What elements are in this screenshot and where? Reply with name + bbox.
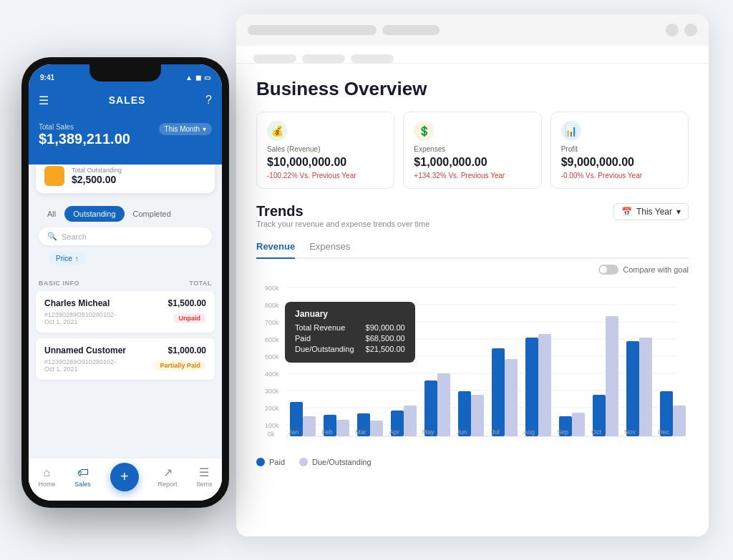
tooltip-row-0: Total Revenue $90,000.00 (295, 323, 405, 332)
svg-rect-38 (626, 341, 639, 436)
col-header-total: TOTAL (189, 280, 212, 287)
trends-header: Trends Track your revenue and expense tr… (256, 203, 689, 237)
revenue-value: $10,000,000.00 (267, 156, 384, 169)
filter-tabs: All Outstanding Completed (29, 200, 222, 227)
sales-header: Total Sales $1,389,211.00 This Month ▾ (29, 116, 222, 164)
tab-expenses[interactable]: Expenses (309, 241, 350, 257)
svg-text:500k: 500k (265, 353, 279, 360)
outstanding-value: $2,500.00 (72, 174, 122, 185)
trends-title-block: Trends Track your revenue and expense tr… (256, 203, 429, 237)
tooltip-label-0: Total Revenue (295, 323, 345, 332)
chart-tooltip: January Total Revenue $90,000.00 Paid $6… (285, 302, 415, 363)
phone-notch (89, 64, 161, 82)
nav-items-label: Items (196, 481, 212, 488)
svg-text:Jul: Jul (491, 428, 500, 436)
customer-row-1[interactable]: Unnamed Customer $1,000.00 #12390289O910… (36, 338, 215, 380)
legend-dot-outstanding (299, 458, 308, 466)
page-title: Business Overview (256, 78, 689, 100)
nav-pill-2 (302, 54, 345, 63)
battery-icon: ▭ (204, 74, 210, 82)
profit-label: Profit (561, 145, 678, 153)
nav-report[interactable]: ↗ Report (158, 466, 178, 488)
tooltip-value-1: $68,500.00 (366, 334, 405, 343)
expenses-change: +134.32% Vs. Previous Year (414, 172, 530, 180)
customer-row-top-1: Unnamed Customer $1,000.00 (44, 345, 206, 355)
tooltip-value-2: $21,500.00 (366, 345, 405, 353)
status-badge-0: Unpaid (173, 313, 207, 323)
chevron-down-icon: ▾ (676, 207, 681, 217)
menu-icon[interactable]: ☰ (39, 94, 49, 107)
bottom-nav: ⌂ Home 🏷 Sales + ↗ Report ☰ Items (29, 458, 222, 501)
svg-text:Nov: Nov (624, 428, 636, 436)
filter-all[interactable]: All (39, 206, 64, 222)
help-icon[interactable]: ? (205, 94, 212, 107)
outstanding-card: Total Outstanding $2,500.00 (36, 164, 215, 193)
legend-label-outstanding: Due/Outstanding (312, 458, 372, 466)
customer-row-0[interactable]: Charles Micheal $1,500.00 #12390289O9102… (36, 291, 215, 333)
sort-row: Price ↑ (29, 251, 222, 275)
sort-pill[interactable]: Price ↑ (49, 252, 86, 265)
plus-icon: + (120, 468, 129, 485)
legend-label-paid: Paid (269, 458, 285, 466)
metric-card-expenses: 💲 Expenses $1,000,000.00 +134.32% Vs. Pr… (403, 112, 541, 189)
nav-pill-3 (351, 54, 394, 63)
nav-items[interactable]: ☰ Items (196, 466, 212, 488)
add-button[interactable]: + (110, 463, 139, 491)
app-nav-title: SALES (109, 94, 146, 106)
svg-text:Jan: Jan (288, 428, 299, 436)
nav-home-label: Home (38, 481, 55, 488)
chevron-down-icon: ▾ (203, 125, 206, 133)
expenses-label: Expenses (414, 145, 530, 153)
phone-wrapper: 9:41 ▲ ◼ ▭ ☰ SALES ? Total Sales $1,389, (21, 57, 229, 508)
bar-jan-outstanding (303, 416, 316, 436)
svg-rect-23 (370, 421, 383, 436)
report-icon: ↗ (163, 466, 173, 479)
profit-icon: 📊 (561, 121, 581, 141)
profit-value: $9,000,000.00 (561, 156, 678, 169)
nav-home[interactable]: ⌂ Home (38, 466, 55, 488)
sort-label: Price (56, 255, 72, 262)
customer-name-0: Charles Micheal (44, 298, 110, 308)
period-picker[interactable]: This Month ▾ (159, 123, 212, 135)
items-icon: ☰ (199, 466, 209, 479)
customer-row-bottom-0: #12390289O910280102- Oct 1, 2021 Unpaid (44, 311, 206, 325)
customer-date-0: Oct 1, 2021 (44, 318, 116, 325)
svg-text:May: May (422, 428, 435, 436)
customer-date-1: Oct 1, 2021 (44, 365, 116, 373)
filter-outstanding[interactable]: Outstanding (64, 206, 124, 222)
search-placeholder[interactable]: Search (62, 232, 87, 241)
svg-rect-29 (471, 395, 484, 436)
customer-id-0: #12390289O910280102- (44, 311, 116, 318)
svg-rect-39 (639, 338, 652, 436)
tooltip-label-1: Paid (295, 334, 311, 343)
nav-sales[interactable]: 🏷 Sales (74, 466, 91, 488)
customer-amount-1: $1,000.00 (168, 345, 206, 355)
year-picker[interactable]: 📅 This Year ▾ (613, 203, 689, 220)
phone-main-content: Total Outstanding $2,500.00 All Outstand… (29, 164, 222, 501)
status-time: 9:41 (40, 74, 54, 82)
compare-goal-label: Compare with goal (623, 265, 689, 274)
svg-text:Oct: Oct (591, 428, 602, 436)
phone-screen: 9:41 ▲ ◼ ▭ ☰ SALES ? Total Sales $1,389, (29, 64, 222, 501)
svg-rect-35 (572, 413, 585, 436)
period-label: This Month (165, 125, 200, 133)
topbar-address-bar (248, 25, 377, 35)
svg-rect-41 (673, 406, 686, 436)
filter-completed[interactable]: Completed (125, 206, 180, 222)
trends-subtitle: Track your revenue and expense trends ov… (256, 220, 429, 228)
sort-arrow-icon: ↑ (75, 255, 79, 262)
customer-id-1: #12390289O910280102- (44, 358, 116, 365)
compare-goal-toggle[interactable] (598, 265, 618, 275)
status-badge-1: Partially Paid (154, 360, 206, 370)
svg-text:300k: 300k (265, 388, 279, 395)
topbar-btn-1[interactable] (666, 24, 679, 36)
svg-text:Apr: Apr (389, 428, 399, 436)
svg-text:400k: 400k (265, 370, 279, 378)
tab-revenue[interactable]: Revenue (256, 241, 295, 259)
compare-goal-row: Compare with goal (256, 265, 689, 275)
legend-outstanding: Due/Outstanding (299, 458, 372, 466)
topbar-btn-2[interactable] (684, 24, 697, 36)
calendar-icon: 📅 (621, 207, 632, 217)
desktop-card: Business Overview 💰 Sales (Revenue) $10,… (236, 14, 709, 536)
outstanding-info: Total Outstanding $2,500.00 (72, 167, 122, 185)
